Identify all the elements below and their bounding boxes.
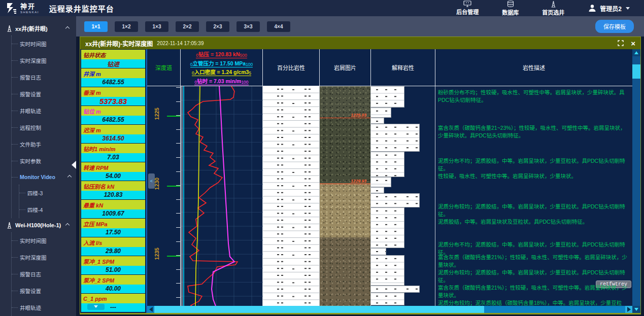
sidebar-well-0-items: 实时时间图实时深度图报警日志报警设置井眼轨迹远程控制文件助手实时参数Monito…: [11, 36, 76, 218]
depth-track: < 122512301235: [147, 86, 181, 306]
depth-minor-tick: [176, 283, 180, 284]
depth-minor-tick: [176, 143, 180, 144]
depth-chart-window: xx井(新井眼)-实时深度图 2022-11-14 17:05:39 × 钻井状…: [80, 37, 641, 314]
layout-button-4×4[interactable]: 4×4: [267, 21, 290, 32]
realtime-parameter-panel: 钻井状态钻进井深 m6482.55垂深 m5373.83钻位 m6482.55迟…: [80, 49, 146, 313]
topbar: 神开 SHENKAI 远程录井监控平台 后台管理 数据库 首页选井: [0, 0, 644, 16]
scroll-up-arrow-icon[interactable]: [632, 49, 640, 56]
vertical-scroll-thumb[interactable]: [632, 64, 640, 79]
sidebar-item-报警日志[interactable]: 报警日志: [12, 69, 76, 86]
top-menu: 后台管理 数据库 首页选井 管理员2: [456, 1, 630, 16]
param-label: 悬重 kN: [81, 200, 145, 209]
depth-minor-tick: [176, 227, 180, 228]
param-row-8: 悬重 kN1009.67: [81, 200, 145, 218]
interp-lithology-block-10: [371, 255, 404, 286]
layout-button-2×3[interactable]: 2×3: [206, 21, 229, 32]
collapse-caret-icon: [65, 26, 70, 30]
interpreted-lithology-track: [371, 86, 435, 306]
sidebar-well-tree: xx井(新井眼)实时时间图实时深度图报警日志报警设置井眼轨迹远程控制文件助手实时…: [0, 16, 76, 316]
sidebar-collapse-arrow-icon[interactable]: [72, 161, 76, 169]
close-icon[interactable]: ×: [631, 40, 635, 47]
window-title: xx井(新井眼)-实时深度图: [85, 39, 153, 48]
lithology-description-line-0: 粉砂质分布不均；性较硬，吸水性、可塑性中等。岩屑呈块状，少量碎块状。具PDC钻头…: [438, 89, 630, 104]
param-value: 17.50: [81, 228, 145, 237]
layout-button-2×2[interactable]: 2×2: [176, 21, 199, 32]
depth-minor-tick: [176, 269, 180, 270]
shenkai-logo-icon: [5, 2, 17, 14]
param-row-9: 立压 MPa17.50: [81, 219, 145, 237]
depth-tick-label: 1230: [154, 178, 160, 190]
interp-lithology-block-11: [371, 286, 420, 293]
sidebar-item-井眼轨迹[interactable]: 井眼轨迹: [12, 102, 76, 119]
fullscreen-icon[interactable]: [618, 40, 624, 46]
param-dropdown-button[interactable]: [87, 304, 105, 310]
window-timestamp: 2022-11-14 17:05:39: [157, 41, 204, 46]
interp-lithology-block-3: [371, 124, 420, 152]
param-row-3: 钻位 m6482.55: [81, 106, 145, 124]
avatar-icon: [588, 4, 597, 13]
photo-depth-marker-label: 1229.93: [351, 179, 366, 184]
param-row-10: 入流 l/s29.80: [81, 237, 145, 256]
depth-tick-label: 1225: [154, 108, 160, 120]
param-value: 40.00: [81, 285, 145, 294]
database-icon: [507, 1, 514, 8]
vertical-scrollbar[interactable]: [632, 49, 640, 313]
sidebar-item-远程控制[interactable]: 远程控制: [12, 119, 76, 136]
track-header-percent-lithology: 百分比岩性: [263, 49, 320, 86]
layout-button-1×3[interactable]: 1×3: [145, 21, 168, 32]
sidebar-item-monitor-video[interactable]: Monitor Video: [12, 169, 76, 185]
sidebar-item-四楼-3[interactable]: 四楼-3: [19, 185, 76, 201]
curves-track: [181, 86, 263, 306]
app-title: 远程录井监控平台: [49, 3, 114, 14]
derrick-icon: [550, 1, 557, 8]
param-value: 1009.67: [81, 209, 145, 219]
param-value: 钻进: [81, 59, 145, 68]
user-menu[interactable]: 管理员2: [588, 4, 630, 13]
sidebar-item-实时参数[interactable]: 实时参数: [12, 153, 76, 169]
menu-home-wells[interactable]: 首页选井: [542, 1, 564, 16]
sidebar-item-井眼轨迹[interactable]: 井眼轨迹: [12, 299, 76, 316]
lithology-description-track: retfwtrey 粉砂质分布不均；性较硬，吸水性、可塑性中等。岩屑呈块状，少量…: [435, 86, 632, 306]
sidebar-item-实时时间图[interactable]: 实时时间图: [12, 232, 76, 249]
sidebar-well-1[interactable]: Wei-H100(Hole-1): [0, 218, 76, 232]
sidebar-item-报警日志[interactable]: 报警日志: [12, 266, 76, 283]
scroll-right-arrow-icon[interactable]: [625, 306, 632, 313]
layout-button-3×3[interactable]: 3×3: [236, 21, 260, 32]
interp-lithology-block-0: [371, 86, 404, 108]
sidebar-item-实时深度图[interactable]: 实时深度图: [12, 249, 76, 266]
brand-name-cn: 神开: [20, 3, 39, 10]
sidebar-item-实时深度图[interactable]: 实时深度图: [12, 52, 76, 69]
sidebar-item-四楼-4[interactable]: 四楼-4: [19, 201, 76, 218]
param-label: 井深 m: [81, 68, 145, 78]
depth-minor-tick: [176, 87, 180, 88]
sidebar-item-报警设置[interactable]: 报警设置: [12, 283, 76, 299]
param-row-12: 泵冲_2 SPM40.00: [81, 275, 145, 293]
save-template-button[interactable]: 保存模板: [595, 20, 634, 33]
scroll-left-arrow-icon[interactable]: [147, 306, 154, 313]
param-row-4: 迟深 m3614.50: [81, 125, 145, 143]
sidebar-well-1-items: 实时时间图实时深度图报警日志报警设置井眼轨迹: [11, 232, 76, 316]
param-value: 6482.55: [81, 116, 145, 125]
sidebar-item-文件助手[interactable]: 文件助手: [12, 136, 76, 153]
window-titlebar[interactable]: xx井(新井眼)-实时深度图 2022-11-14 17:05:39 ×: [80, 37, 640, 49]
cuttings-photo-section-2: [320, 183, 370, 237]
sidebar-well-0[interactable]: xx井(新井眼): [0, 21, 76, 36]
chart-track-headers: 深度道 0钻压 = 120.83 kN5000立管压力 = 17.50 MPa1…: [147, 49, 632, 86]
depth-minor-tick: [176, 297, 180, 298]
scroll-down-arrow-icon[interactable]: [632, 306, 640, 313]
lithology-description-line-5: 泥质胶结，中等。岩屑呈块状及豆粒状。具PDC钻头切削特征。: [438, 218, 630, 226]
layout-button-1×2[interactable]: 1×2: [115, 21, 138, 32]
horizontal-scroll-thumb[interactable]: [154, 306, 484, 313]
param-label: 转速 RPM: [81, 162, 145, 172]
menu-backstage[interactable]: 后台管理: [456, 1, 479, 16]
horizontal-scrollbar[interactable]: [147, 306, 632, 313]
sidebar-item-报警设置[interactable]: 报警设置: [12, 86, 76, 102]
sidebar-item-实时时间图[interactable]: 实时时间图: [12, 36, 76, 52]
lithology-description-line-7: 富含灰质（碳酸钙含量21%）；性较硬，吸水性、可塑性中等。岩屑呈碎块状，少量块状…: [438, 254, 630, 269]
depth-major-tick: [167, 116, 180, 117]
layout-button-1×1[interactable]: 1×1: [84, 21, 108, 32]
lithology-description-line-4: 泥质分布较均；泥质胶结，中等。岩屑呈块状，少量豆粒状。具PDC钻头切削特征。: [438, 203, 630, 218]
menu-database[interactable]: 数据库: [502, 1, 519, 16]
param-value: 51.00: [81, 266, 145, 275]
depth-minor-tick: [176, 157, 180, 158]
